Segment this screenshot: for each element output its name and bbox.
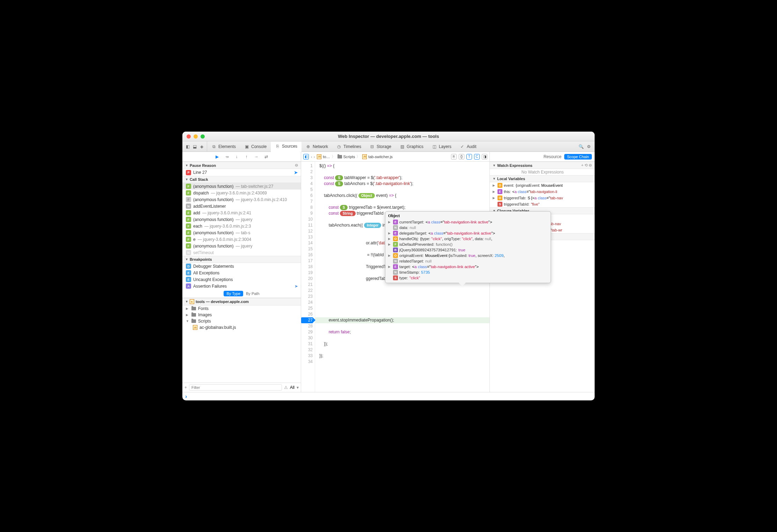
audit-icon: ✓ [460, 144, 465, 149]
step-out-icon[interactable]: ↑ [244, 154, 250, 160]
toggle-right-icon[interactable]: ◨ [482, 154, 487, 160]
settings-icon[interactable]: ⚙ [586, 144, 591, 149]
crumb-current[interactable]: JStab-switcher.js [362, 154, 393, 159]
frame-badge-icon: F [186, 243, 191, 249]
toggle-sidebar-icon[interactable]: ◧ [303, 154, 309, 160]
add-icon[interactable]: + [184, 385, 187, 390]
back-icon[interactable]: ‹ [311, 155, 312, 159]
line-gutter[interactable]: 1234567891011121314151617181920212223242… [301, 162, 315, 392]
callstack-frame[interactable]: NaddEventListener [182, 203, 301, 209]
tab-sources[interactable]: ⎘Sources [271, 142, 302, 152]
popover-property[interactable]: ▶FisDefaultPrevented: function() [388, 242, 548, 247]
watch-header[interactable]: ▼Watch Expressions+ ⟲ ⊖ [490, 162, 595, 169]
popover-title: Object [388, 214, 548, 218]
callstack-frame[interactable]: Fdispatch — jquery-3.6.0.min.js:2:43069 [182, 190, 301, 196]
console-prompt[interactable]: › [182, 392, 595, 400]
popover-property[interactable]: ▶OoriginalEvent: MouseEvent {isTrusted: … [388, 253, 548, 258]
clear-icon[interactable]: ⊖ [295, 163, 298, 168]
filter-input[interactable] [189, 384, 282, 391]
callstack-frame[interactable]: F(anonymous function) — jquery [182, 216, 301, 223]
dock-left-icon[interactable]: ◧ [185, 144, 190, 149]
goto-arrow-icon[interactable]: ➤ [294, 170, 298, 175]
popover-property[interactable]: ▶Etarget: <a class="tab-navigation-link … [388, 264, 548, 269]
step-over-icon[interactable]: ⤼ [224, 154, 230, 160]
callstack-frame[interactable]: F(anonymous function) — tab-s [182, 229, 301, 236]
variable-row[interactable]: StriggeredTabId: "five" [490, 201, 595, 207]
var-badge-icon: O [498, 195, 502, 200]
braces-icon[interactable]: {} [459, 154, 464, 160]
zoom-icon[interactable] [201, 134, 205, 139]
popover-property[interactable]: Ndata: null [388, 225, 548, 230]
frame-badge-icon: F [186, 223, 191, 229]
callstack-frame[interactable]: F(anonymous function) — tab-switcher.js:… [182, 183, 301, 190]
pause-reason-header[interactable]: ▼ Pause Reason ⊖ [182, 162, 301, 169]
file-item[interactable]: JSac-globalnav.built.js [182, 324, 301, 331]
popover-property[interactable]: NtimeStamp: 5735 [388, 269, 548, 275]
step-into-icon[interactable]: ↓ [234, 154, 240, 160]
close-icon[interactable] [187, 134, 191, 139]
popover-property[interactable]: BjQuery36008924375739412791: true [388, 247, 548, 253]
copy-icon[interactable]: ⎘ [451, 154, 457, 160]
filter-bar: + ⚠ All ▾ [182, 383, 301, 392]
breakpoint-item[interactable]: EAll Exceptions [182, 269, 301, 276]
breakpoint-item[interactable]: AAssertion Failures➤ [182, 283, 301, 289]
resource-tab[interactable]: Resource [544, 154, 561, 159]
breakpoint-item[interactable]: EUncaught Exceptions [182, 276, 301, 283]
local-header[interactable]: ▼Local Variables [490, 175, 595, 182]
popover-property[interactable]: NrelatedTarget: null [388, 258, 548, 264]
tab-audit[interactable]: ✓Audit [456, 141, 480, 152]
breakpoints-header[interactable]: ▼ Breakpoints [182, 256, 301, 263]
variable-row[interactable]: ▶Ethis: <a class="tab-navigation-li [490, 189, 595, 195]
type-badge-icon: N [393, 225, 398, 230]
step-icon[interactable]: → [253, 154, 260, 160]
tab-network[interactable]: ⊕Network [302, 141, 332, 152]
callstack-frame[interactable]: F(anonymous function) — jquery [182, 243, 301, 249]
tab-storage[interactable]: ⊟Storage [365, 141, 395, 152]
crumb-folder[interactable]: Scripts〉 [337, 154, 361, 159]
breakpoint-item[interactable]: DDebugger Statements [182, 263, 301, 269]
frame-badge-icon: N [186, 250, 191, 255]
callstack-frame[interactable]: NsetTimeout [182, 249, 301, 256]
scope-chain-tab[interactable]: Scope Chain [564, 154, 592, 160]
callstack-frame[interactable]: Feach — jquery-3.6.0.min.js:2:3 [182, 223, 301, 229]
crumb-file[interactable]: JSto…〉 [317, 154, 335, 159]
tab-graphics[interactable]: ▨Graphics [395, 141, 428, 152]
warn-icon[interactable]: ⚠ [284, 385, 288, 390]
tab-console[interactable]: ▣Console [240, 141, 271, 152]
funnel-icon[interactable]: ▾ [297, 385, 299, 390]
variable-row[interactable]: ▶Oevent: {originalEvent: MouseEvent [490, 182, 595, 189]
popover-property[interactable]: ▶OhandleObj: {type: "click", origType: "… [388, 236, 548, 242]
forward-icon[interactable]: › [314, 155, 315, 159]
pause-line[interactable]: P Line 27 ➤ [182, 169, 301, 176]
tab-elements[interactable]: ⧉Elements [207, 141, 240, 152]
disclosure-icon: ▼ [185, 164, 188, 167]
callstack-frame[interactable]: F(anonymous function) — jquery-3.6.0.min… [182, 196, 301, 203]
js-icon: JS [317, 154, 321, 159]
variable-row[interactable]: ▶OtriggeredTab: S [<a class="tab-nav [490, 195, 595, 201]
popover-property[interactable]: Stype: "click" [388, 275, 548, 281]
coverage-icon[interactable]: C [474, 154, 480, 160]
resume-icon[interactable]: ▶ [214, 154, 220, 160]
deactivate-icon[interactable]: ⇄ [263, 154, 269, 160]
callstack-frame[interactable]: Fadd — jquery-3.6.0.min.js:2:41 [182, 209, 301, 216]
by-path-button[interactable]: By Path [246, 291, 260, 296]
popover-property[interactable]: ▶EdelegateTarget: <a class="tab-navigati… [388, 230, 548, 236]
watch-actions[interactable]: + ⟲ ⊖ [581, 163, 592, 168]
filter-all[interactable]: All [290, 385, 295, 390]
popout-icon[interactable]: ◈ [199, 144, 204, 149]
callstack-header[interactable]: ▼ Call Stack [182, 176, 301, 183]
search-icon[interactable]: 🔍 [579, 144, 583, 149]
dock-bottom-icon[interactable]: ⬓ [192, 144, 197, 149]
tree-root[interactable]: ▼ ⎋ tools — developer.apple.com [182, 298, 301, 305]
popover-property[interactable]: ▶EcurrentTarget: <a class="tab-navigatio… [388, 219, 548, 225]
tab-timelines[interactable]: ◷Timelines [332, 141, 365, 152]
folder-fonts[interactable]: ▶Fonts [182, 305, 301, 312]
tab-layers[interactable]: ◫Layers [428, 141, 456, 152]
folder-scripts[interactable]: ▼Scripts [182, 318, 301, 324]
by-type-button[interactable]: By Type [224, 291, 243, 296]
minimize-icon[interactable] [194, 134, 198, 139]
var-badge-icon: E [498, 189, 502, 194]
folder-images[interactable]: ▶Images [182, 312, 301, 318]
callstack-frame[interactable]: Fe — jquery-3.6.0.min.js:2:3004 [182, 236, 301, 243]
type-icon[interactable]: T [466, 154, 472, 160]
